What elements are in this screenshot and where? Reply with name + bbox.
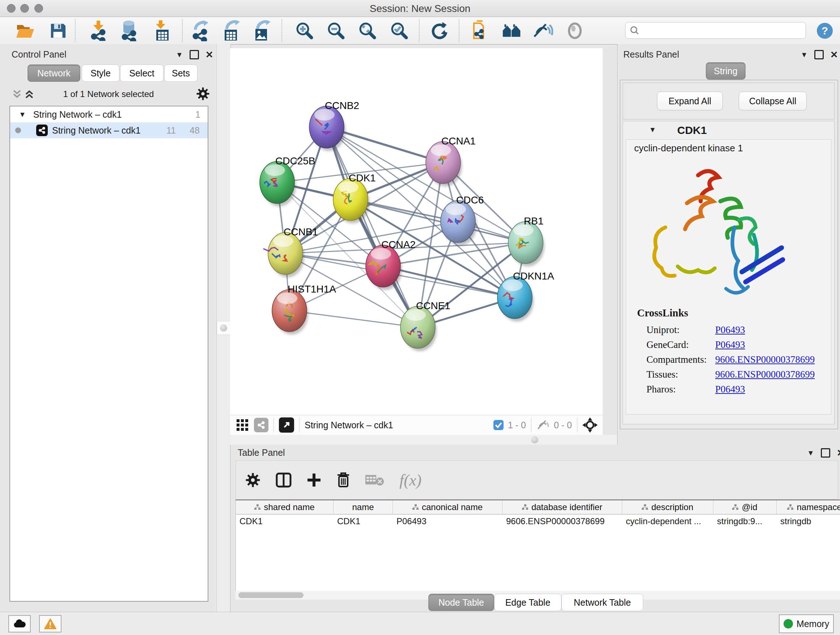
search-icon [630,26,639,35]
close-panel-icon[interactable]: ✕ [830,51,838,58]
warnings-button[interactable] [39,615,62,632]
column-header-description[interactable]: description [622,500,714,514]
column-header--id[interactable]: @id [714,500,777,514]
hide-panels-icon[interactable] [533,21,553,41]
crosslink-label: Pharos: [646,384,715,395]
gene-collapse-icon[interactable]: ▼ [649,126,656,134]
tab-style[interactable]: Style [82,65,119,82]
cloud-icon [13,619,26,628]
close-panel-icon[interactable]: ✕ [837,449,840,456]
export-network-icon[interactable] [191,21,211,41]
crosslink-link[interactable]: 9606.ENSP00000378699 [715,369,815,380]
node-CDK1[interactable]: CDK1 [333,172,376,223]
tab-network[interactable]: Network [27,65,80,82]
node-table[interactable]: shared namenamecanonical namedatabase id… [235,500,840,591]
memory-button[interactable]: Memory [779,614,834,633]
node-label-CDKN1A: CDKN1A [513,271,554,282]
collection-label: String Network – cdk1 [33,109,122,120]
open-in-window-icon[interactable] [279,417,294,432]
zoom-out-icon[interactable] [326,21,346,41]
horizontal-splitter-handle[interactable] [531,436,538,443]
node-HIST1H1A[interactable]: HIST1H1A [272,283,336,334]
hierarchy-icon [642,504,648,510]
network-edge-count: 48 [189,125,200,136]
column-header-shared-name[interactable]: shared name [236,500,333,514]
clone-network-icon[interactable] [469,21,489,41]
view-grid-icon[interactable] [236,418,249,432]
edge-CCNB2-CCNE1[interactable] [327,127,418,327]
toolbar-separator [182,19,183,42]
birdseye-view-icon[interactable] [583,417,598,432]
left-splitter-handle[interactable] [217,321,231,335]
expand-all-networks-icon[interactable] [25,89,34,99]
import-network-file-icon[interactable] [88,21,109,41]
column-header-namespace[interactable]: namespace [777,500,840,514]
close-panel-icon[interactable]: ✕ [205,51,213,58]
crosslink-link[interactable]: P06493 [715,384,745,395]
zoom-fit-icon[interactable] [357,21,378,41]
collapse-all-networks-icon[interactable] [12,89,22,99]
tab-node-table[interactable]: Node Table [428,594,494,611]
table-cell: P06493 [393,515,502,528]
refresh-icon[interactable] [429,21,450,41]
network-row[interactable]: String Network – cdk1 11 48 [10,122,208,138]
node-CDKN1A[interactable]: CDKN1A [497,271,554,321]
cloud-status-button[interactable] [8,615,31,632]
network-options-gear-icon[interactable] [196,87,210,101]
float-panel-icon[interactable] [821,448,830,458]
zoom-selected-icon[interactable] [389,21,409,41]
left-splitter[interactable] [216,44,231,612]
crosslink-link[interactable]: 9606.ENSP00000378699 [715,354,815,365]
import-table-icon[interactable] [152,21,172,41]
help-icon[interactable]: ? [815,21,835,41]
network-collection-row[interactable]: ▼ String Network – cdk1 1 [10,106,208,122]
delete-column-icon[interactable] [336,472,350,488]
column-header-canonical-name[interactable]: canonical name [393,500,502,514]
float-panel-icon[interactable] [814,50,824,59]
column-header-name[interactable]: name [333,500,393,514]
tab-select[interactable]: Select [120,65,164,82]
crosslink-link[interactable]: P06493 [715,325,745,336]
home-icon[interactable] [502,21,522,41]
table-settings-gear-icon[interactable] [245,472,261,488]
node-CCNA1[interactable]: CCNA1 [426,135,476,187]
show-columns-icon[interactable] [276,472,292,488]
crosslink-link[interactable]: P06493 [715,339,745,350]
tab-network-table[interactable]: Network Table [561,594,643,611]
edge-HIST1H1A-CCNE1[interactable] [289,310,418,327]
network-canvas[interactable]: CCNB2CCNA1CDC25BCDK1CDC6RB1CCNB1CCNA2CDK… [230,48,603,415]
panel-menu-icon[interactable]: ▼ [807,449,814,457]
node-CCNB2[interactable]: CCNB2 [309,100,359,151]
protein-structure-image [641,158,793,300]
float-panel-icon[interactable] [189,50,199,59]
node-label-CCNB2: CCNB2 [325,100,359,111]
save-session-icon[interactable] [48,21,68,41]
zoom-in-icon[interactable] [294,21,315,41]
add-column-icon[interactable] [307,473,321,487]
tab-string[interactable]: String [706,62,745,80]
node-CDC6[interactable]: CDC6 [441,195,484,245]
expand-all-button[interactable]: Expand All [657,92,723,111]
tab-sets[interactable]: Sets [164,65,197,82]
column-header-database-identifier[interactable]: database identifier [502,500,622,514]
crosslink-row: GeneCard:P06493 [646,339,827,350]
collection-expand-icon[interactable]: ▼ [19,111,26,119]
open-session-icon[interactable] [15,21,35,41]
collapse-all-button[interactable]: Collapse All [739,92,807,111]
panel-menu-icon[interactable]: ▼ [801,51,808,59]
table-hscrollbar-thumb[interactable] [238,592,303,598]
search-field[interactable] [625,22,806,39]
export-table-icon[interactable] [221,21,242,41]
view-string-style-icon[interactable] [254,418,268,432]
tab-edge-table[interactable]: Edge Table [494,594,561,611]
network-selection-status: 1 of 1 Network selected [43,89,174,99]
search-input[interactable] [639,25,793,36]
table-row[interactable]: CDK1CDK1P064939606.ENSP00000378699cyclin… [236,515,840,528]
node-CDC25B[interactable]: CDC25B [260,155,315,206]
export-image-icon[interactable] [252,21,272,41]
control-panel: Control Panel ▼ ✕ Network Style Select S… [0,44,216,612]
panel-menu-icon[interactable]: ▼ [176,51,183,59]
node-RB1[interactable]: RB1 [508,215,545,266]
status-bar: Memory [0,612,840,635]
import-network-database-icon[interactable] [119,21,139,41]
